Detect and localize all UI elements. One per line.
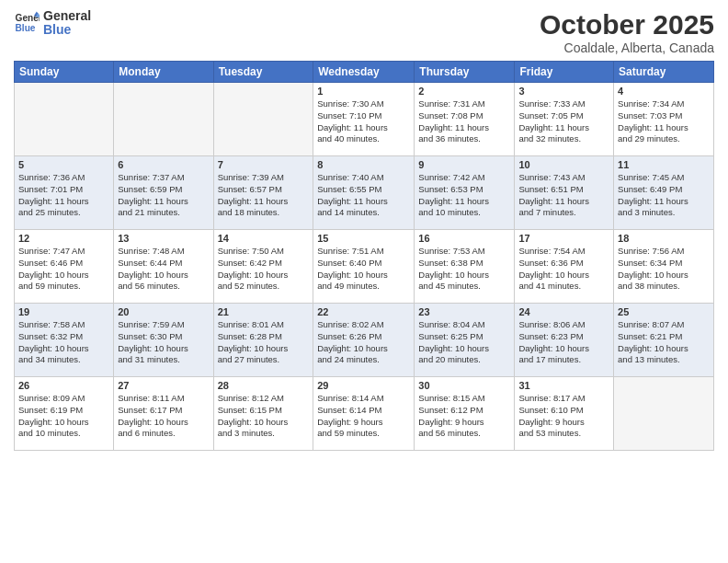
day-info: Sunrise: 7:40 AM Sunset: 6:55 PM Dayligh… (317, 172, 410, 219)
day-number: 1 (317, 86, 410, 97)
day-number: 2 (418, 86, 510, 97)
day-info: Sunrise: 7:54 AM Sunset: 6:36 PM Dayligh… (518, 246, 609, 293)
day-info: Sunrise: 7:36 AM Sunset: 7:01 PM Dayligh… (18, 172, 109, 219)
table-row: 4Sunrise: 7:34 AM Sunset: 7:03 PM Daylig… (614, 83, 714, 156)
day-info: Sunrise: 7:31 AM Sunset: 7:08 PM Dayligh… (418, 98, 510, 145)
day-info: Sunrise: 8:12 AM Sunset: 6:15 PM Dayligh… (218, 393, 310, 440)
table-row: 5Sunrise: 7:36 AM Sunset: 7:01 PM Daylig… (15, 156, 114, 230)
day-number: 16 (418, 233, 510, 244)
table-row: 31Sunrise: 8:17 AM Sunset: 6:10 PM Dayli… (515, 377, 614, 451)
col-monday: Monday (114, 62, 213, 83)
day-number: 4 (618, 86, 710, 97)
calendar-table: Sunday Monday Tuesday Wednesday Thursday… (14, 61, 714, 451)
table-row: 14Sunrise: 7:50 AM Sunset: 6:42 PM Dayli… (213, 230, 313, 304)
day-number: 23 (418, 306, 510, 317)
table-row: 11Sunrise: 7:45 AM Sunset: 6:49 PM Dayli… (614, 156, 714, 230)
day-number: 28 (218, 380, 310, 391)
day-info: Sunrise: 8:04 AM Sunset: 6:25 PM Dayligh… (418, 319, 510, 366)
table-row: 24Sunrise: 8:06 AM Sunset: 6:23 PM Dayli… (515, 304, 614, 377)
calendar-header-row: Sunday Monday Tuesday Wednesday Thursday… (15, 62, 714, 83)
day-info: Sunrise: 7:39 AM Sunset: 6:57 PM Dayligh… (218, 172, 310, 219)
table-row: 3Sunrise: 7:33 AM Sunset: 7:05 PM Daylig… (515, 83, 614, 156)
table-row: 1Sunrise: 7:30 AM Sunset: 7:10 PM Daylig… (313, 83, 415, 156)
day-number: 12 (18, 233, 109, 244)
day-info: Sunrise: 7:34 AM Sunset: 7:03 PM Dayligh… (618, 98, 710, 145)
day-info: Sunrise: 7:47 AM Sunset: 6:46 PM Dayligh… (18, 246, 109, 293)
table-row: 23Sunrise: 8:04 AM Sunset: 6:25 PM Dayli… (415, 304, 515, 377)
day-number: 25 (618, 306, 710, 317)
table-row (15, 83, 114, 156)
table-row: 28Sunrise: 8:12 AM Sunset: 6:15 PM Dayli… (213, 377, 313, 451)
col-thursday: Thursday (415, 62, 515, 83)
day-number: 9 (418, 159, 510, 170)
calendar-week-row: 12Sunrise: 7:47 AM Sunset: 6:46 PM Dayli… (15, 230, 714, 304)
table-row (213, 83, 313, 156)
day-number: 11 (618, 159, 710, 170)
page-header: General Blue General Blue October 2025 C… (14, 9, 714, 55)
day-number: 15 (317, 233, 410, 244)
day-info: Sunrise: 8:11 AM Sunset: 6:17 PM Dayligh… (118, 393, 209, 440)
table-row: 9Sunrise: 7:42 AM Sunset: 6:53 PM Daylig… (415, 156, 515, 230)
day-info: Sunrise: 8:15 AM Sunset: 6:12 PM Dayligh… (418, 393, 510, 440)
table-row: 17Sunrise: 7:54 AM Sunset: 6:36 PM Dayli… (515, 230, 614, 304)
day-number: 30 (418, 380, 510, 391)
day-number: 24 (518, 306, 609, 317)
day-info: Sunrise: 7:50 AM Sunset: 6:42 PM Dayligh… (218, 246, 310, 293)
day-number: 13 (118, 233, 209, 244)
day-number: 6 (118, 159, 209, 170)
day-info: Sunrise: 8:07 AM Sunset: 6:21 PM Dayligh… (618, 319, 710, 366)
table-row: 19Sunrise: 7:58 AM Sunset: 6:32 PM Dayli… (15, 304, 114, 377)
day-number: 10 (518, 159, 609, 170)
day-number: 31 (518, 380, 609, 391)
day-info: Sunrise: 7:58 AM Sunset: 6:32 PM Dayligh… (18, 319, 109, 366)
month-title: October 2025 (540, 9, 714, 40)
day-info: Sunrise: 7:51 AM Sunset: 6:40 PM Dayligh… (317, 246, 410, 293)
col-saturday: Saturday (614, 62, 714, 83)
col-tuesday: Tuesday (213, 62, 313, 83)
day-info: Sunrise: 7:30 AM Sunset: 7:10 PM Dayligh… (317, 98, 410, 145)
title-area: October 2025 Coaldale, Alberta, Canada (540, 9, 714, 55)
logo: General Blue General Blue (14, 9, 91, 38)
day-info: Sunrise: 7:37 AM Sunset: 6:59 PM Dayligh… (118, 172, 209, 219)
day-number: 20 (118, 306, 209, 317)
table-row: 27Sunrise: 8:11 AM Sunset: 6:17 PM Dayli… (114, 377, 213, 451)
day-number: 7 (218, 159, 310, 170)
day-number: 21 (218, 306, 310, 317)
day-info: Sunrise: 8:06 AM Sunset: 6:23 PM Dayligh… (518, 319, 609, 366)
table-row: 20Sunrise: 7:59 AM Sunset: 6:30 PM Dayli… (114, 304, 213, 377)
day-number: 14 (218, 233, 310, 244)
table-row: 13Sunrise: 7:48 AM Sunset: 6:44 PM Dayli… (114, 230, 213, 304)
day-info: Sunrise: 7:59 AM Sunset: 6:30 PM Dayligh… (118, 319, 209, 366)
day-info: Sunrise: 7:45 AM Sunset: 6:49 PM Dayligh… (618, 172, 710, 219)
table-row: 30Sunrise: 8:15 AM Sunset: 6:12 PM Dayli… (415, 377, 515, 451)
day-number: 5 (18, 159, 109, 170)
calendar-week-row: 5Sunrise: 7:36 AM Sunset: 7:01 PM Daylig… (15, 156, 714, 230)
col-wednesday: Wednesday (313, 62, 415, 83)
day-info: Sunrise: 7:42 AM Sunset: 6:53 PM Dayligh… (418, 172, 510, 219)
day-info: Sunrise: 7:43 AM Sunset: 6:51 PM Dayligh… (518, 172, 609, 219)
calendar-week-row: 26Sunrise: 8:09 AM Sunset: 6:19 PM Dayli… (15, 377, 714, 451)
table-row: 21Sunrise: 8:01 AM Sunset: 6:28 PM Dayli… (213, 304, 313, 377)
day-info: Sunrise: 7:53 AM Sunset: 6:38 PM Dayligh… (418, 246, 510, 293)
day-number: 8 (317, 159, 410, 170)
day-info: Sunrise: 8:01 AM Sunset: 6:28 PM Dayligh… (218, 319, 310, 366)
table-row: 16Sunrise: 7:53 AM Sunset: 6:38 PM Dayli… (415, 230, 515, 304)
location: Coaldale, Alberta, Canada (540, 40, 714, 55)
table-row: 8Sunrise: 7:40 AM Sunset: 6:55 PM Daylig… (313, 156, 415, 230)
table-row (614, 377, 714, 451)
day-info: Sunrise: 8:17 AM Sunset: 6:10 PM Dayligh… (518, 393, 609, 440)
table-row: 15Sunrise: 7:51 AM Sunset: 6:40 PM Dayli… (313, 230, 415, 304)
day-info: Sunrise: 8:14 AM Sunset: 6:14 PM Dayligh… (317, 393, 410, 440)
day-info: Sunrise: 7:33 AM Sunset: 7:05 PM Dayligh… (518, 98, 609, 145)
table-row: 2Sunrise: 7:31 AM Sunset: 7:08 PM Daylig… (415, 83, 515, 156)
table-row: 18Sunrise: 7:56 AM Sunset: 6:34 PM Dayli… (614, 230, 714, 304)
day-number: 29 (317, 380, 410, 391)
day-number: 26 (18, 380, 109, 391)
day-number: 19 (18, 306, 109, 317)
table-row: 6Sunrise: 7:37 AM Sunset: 6:59 PM Daylig… (114, 156, 213, 230)
day-number: 18 (618, 233, 710, 244)
table-row: 29Sunrise: 8:14 AM Sunset: 6:14 PM Dayli… (313, 377, 415, 451)
day-info: Sunrise: 8:02 AM Sunset: 6:26 PM Dayligh… (317, 319, 410, 366)
table-row: 26Sunrise: 8:09 AM Sunset: 6:19 PM Dayli… (15, 377, 114, 451)
day-info: Sunrise: 7:48 AM Sunset: 6:44 PM Dayligh… (118, 246, 209, 293)
